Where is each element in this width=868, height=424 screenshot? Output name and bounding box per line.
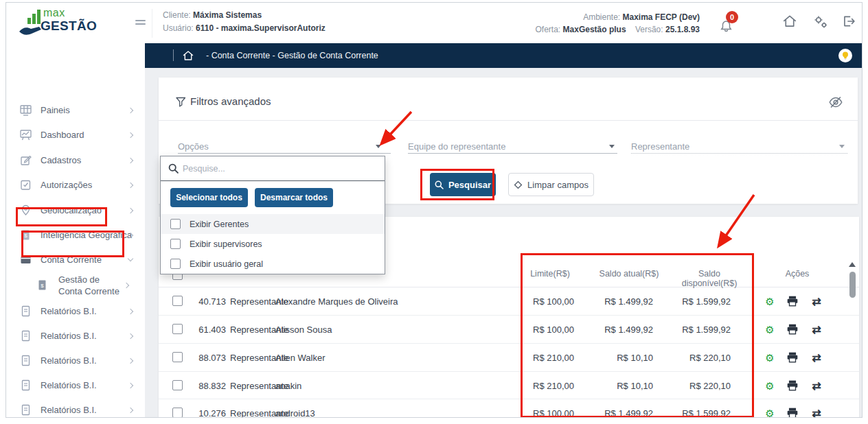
chevron-right-icon: [128, 132, 133, 138]
sidebar-toggle-icon[interactable]: [135, 18, 146, 27]
select-representante[interactable]: Representante: [631, 141, 689, 152]
breadcrumb-home-icon[interactable]: [182, 49, 194, 62]
row-checkbox[interactable]: [172, 380, 183, 390]
client-info: Cliente: Máxima Sistemas: [163, 10, 262, 20]
svg-text:$: $: [41, 283, 44, 289]
sidebar-item-cadastros[interactable]: Cadastros: [6, 150, 145, 171]
sidebar-item-paineis[interactable]: Paineis: [6, 100, 145, 121]
home-icon[interactable]: [782, 14, 799, 30]
map-pin-icon: [20, 204, 32, 216]
option-checkbox[interactable]: [170, 239, 181, 249]
printer-icon[interactable]: [786, 323, 800, 337]
help-lightbulb-icon[interactable]: [838, 49, 852, 62]
filters-title: Filtros avançados: [190, 95, 271, 107]
row-saldo-disponivel: R$ 1.599,92: [655, 408, 731, 418]
select-opcoes-underline: [178, 153, 391, 154]
transfer-icon[interactable]: ⇄: [810, 295, 823, 309]
row-codigo: 61.403: [185, 325, 226, 335]
dropdown-option[interactable]: Exibir supervisores: [161, 234, 385, 254]
app-window: max GESTÃO Cliente: Máxima Sistemas Usuá…: [5, 2, 863, 418]
printer-icon[interactable]: [786, 407, 800, 418]
row-saldo-disponivel: R$ 1.599,92: [655, 296, 731, 307]
opcoes-dropdown-panel: Selecionar todos Desmarcar todos Exibir …: [160, 156, 385, 274]
sidebar-item-relatorios-bi[interactable]: Relatórios B.I.: [6, 301, 145, 322]
row-checkbox[interactable]: [172, 324, 183, 334]
printer-icon[interactable]: [786, 379, 800, 393]
sidebar-item-geolocalizacao[interactable]: Geolocalização: [6, 200, 145, 221]
row-codigo: 88.832: [185, 381, 226, 391]
row-checkbox[interactable]: [172, 408, 183, 418]
logout-icon[interactable]: [841, 14, 858, 30]
col-limite: Limite(R$): [523, 269, 578, 279]
pesquisar-button[interactable]: Pesquisar: [430, 173, 496, 196]
row-limite: R$ 100,00: [505, 296, 574, 307]
notifications-bell-icon[interactable]: 0: [720, 14, 737, 30]
sidebar-item-relatorios-bi[interactable]: Relatórios B.I.: [6, 400, 145, 418]
sidebar-item-inteligencia-geografica[interactable]: $ Inteligência Geográfica: [6, 225, 145, 246]
gear-icon[interactable]: ⚙: [763, 295, 777, 309]
row-saldo-disponivel: R$ 220,10: [655, 353, 731, 363]
sidebar-item-relatorios-bi[interactable]: Relatórios B.I.: [6, 326, 145, 346]
gear-icon[interactable]: ⚙: [763, 351, 777, 365]
dropdown-option[interactable]: Exibir Gerentes: [161, 214, 385, 234]
dropdown-option[interactable]: Exibir usuário geral: [161, 254, 385, 274]
row-nome: Allen Walker: [275, 353, 325, 363]
row-nome: anakin: [275, 381, 301, 391]
select-opcoes[interactable]: Opções: [178, 141, 209, 152]
transfer-icon[interactable]: ⇄: [810, 379, 823, 393]
scrollbar-up-arrow[interactable]: [849, 262, 856, 267]
document-icon: [20, 305, 32, 317]
table-row: 61.403 Representante Alisson Sousa R$ 10…: [159, 316, 859, 344]
eye-off-icon[interactable]: [829, 95, 843, 109]
transfer-icon[interactable]: ⇄: [810, 407, 823, 418]
dropdown-search-row: [161, 156, 385, 181]
caret-down-icon[interactable]: [376, 145, 381, 148]
sidebar-item-conta-corrente[interactable]: Conta Corrente: [6, 250, 145, 270]
settings-gears-icon[interactable]: [812, 14, 829, 30]
row-codigo: 10.276: [185, 408, 226, 418]
filter-funnel-icon: [176, 97, 186, 107]
sidebar-item-gestao-conta-corrente[interactable]: $ Gestão de Conta Corrente: [6, 272, 145, 298]
option-checkbox[interactable]: [170, 259, 181, 269]
transfer-icon[interactable]: ⇄: [810, 323, 823, 337]
notification-badge: 0: [726, 11, 738, 23]
select-equipe-underline: [408, 153, 617, 154]
gear-icon[interactable]: ⚙: [763, 379, 777, 393]
table-row: 88.832 Representante anakin R$ 210,00 R$…: [159, 372, 859, 399]
logo-text-gestao: GESTÃO: [41, 19, 97, 34]
printer-icon[interactable]: [786, 295, 800, 309]
svg-text:$: $: [24, 233, 27, 239]
chevron-right-icon: [128, 408, 133, 413]
transfer-icon[interactable]: ⇄: [810, 351, 823, 365]
desmarcar-todos-button[interactable]: Desmarcar todos: [255, 188, 333, 207]
sidebar-item-relatorios-bi[interactable]: Relatórios B.I.: [6, 375, 145, 396]
row-nome: android13: [275, 408, 315, 418]
table-row: 88.073 Representante Allen Walker R$ 210…: [159, 344, 859, 372]
caret-down-icon[interactable]: [609, 145, 615, 148]
caret-down-icon[interactable]: [839, 145, 845, 148]
dropdown-search-input[interactable]: [183, 161, 375, 176]
printer-icon[interactable]: [786, 351, 800, 365]
sidebar-item-dashboard[interactable]: Dashboard: [6, 125, 145, 145]
chevron-right-icon: [128, 358, 133, 364]
row-saldo-atual: R$ 1.499,92: [581, 408, 653, 418]
row-saldo-atual: R$ 1.499,92: [581, 325, 653, 335]
select-equipe[interactable]: Equipe do representante: [408, 141, 505, 152]
sidebar-item-relatorios-bi[interactable]: Relatórios B.I.: [6, 351, 145, 371]
limpar-campos-button[interactable]: Limpar campos: [508, 173, 594, 196]
row-checkbox[interactable]: [172, 296, 183, 306]
chevron-right-icon: [128, 182, 133, 188]
selecionar-todos-button[interactable]: Selecionar todos: [170, 188, 248, 207]
row-codigo: 40.713: [185, 296, 226, 307]
logo-hand-icon: [19, 25, 43, 36]
sidebar-item-autorizacoes[interactable]: Autorizações: [6, 175, 145, 196]
row-checkbox[interactable]: [172, 352, 183, 362]
option-checkbox[interactable]: [170, 219, 181, 229]
row-saldo-disponivel: R$ 220,10: [655, 381, 731, 391]
gear-icon[interactable]: ⚙: [763, 323, 777, 337]
eraser-icon: [514, 180, 523, 189]
breadcrumb-bar: - Conta Corrente - Gestão de Conta Corre…: [145, 43, 863, 68]
top-header: max GESTÃO Cliente: Máxima Sistemas Usuá…: [6, 3, 863, 43]
row-limite: R$ 210,00: [505, 381, 574, 391]
gear-icon[interactable]: ⚙: [763, 407, 777, 418]
